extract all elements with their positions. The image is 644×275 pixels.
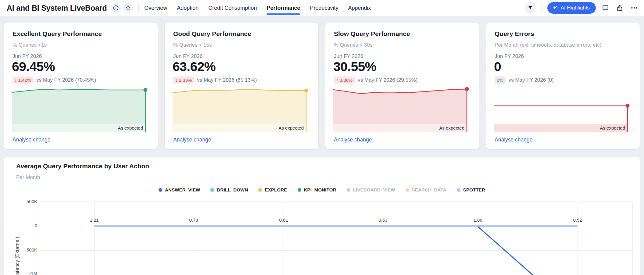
kpi-period: Jun FY 2026 xyxy=(495,53,524,59)
kpi-sparkline: As expected xyxy=(494,86,632,132)
legend-dot xyxy=(258,188,262,192)
sparkle-icon xyxy=(552,5,558,11)
header: AI and BI System LiveBoard Overview Adop… xyxy=(0,0,644,16)
info-icon[interactable] xyxy=(111,3,121,13)
point-label: 0.78 xyxy=(189,217,198,223)
kpi-value: 0 xyxy=(494,59,501,74)
share-icon[interactable] xyxy=(615,3,624,13)
kpi-sparkline: As expected xyxy=(12,86,150,132)
kpi-delta-row: ↓ 2.33% vs May FY 2026 (65.13%) xyxy=(173,77,257,84)
kpi-comparison: vs May FY 2026 (0) xyxy=(509,77,554,83)
filter-icon[interactable] xyxy=(524,2,536,14)
header-actions: AI Highlights xyxy=(524,2,639,14)
point-label: 0.52 xyxy=(573,217,582,223)
more-options-icon[interactable] xyxy=(629,3,639,13)
delta-value: 1.42% xyxy=(18,77,31,83)
tab-bar: Overview Adoption Credit Consumption Per… xyxy=(144,0,371,16)
kpi-delta-row: ↓ 1.42% vs May FY 2026 (70.45%) xyxy=(13,77,96,84)
kpi-comparison: vs May FY 2026 (29.55%) xyxy=(358,77,417,83)
tab-adoption[interactable]: Adoption xyxy=(177,0,199,16)
kpi-subtitle: % Queries <1s xyxy=(13,42,47,48)
kpi-delta-badge: 0% xyxy=(495,77,506,84)
legend-label: SPOTTER xyxy=(463,187,485,192)
point-label: 1.86 xyxy=(473,217,482,223)
ai-highlights-label: AI Highlights xyxy=(561,5,590,11)
analyse-change-link[interactable]: Analyse change xyxy=(13,137,51,143)
chart-plot-area: 1.21 0.78 0.61 0.63 1.86 0.52 xyxy=(40,202,633,275)
kpi-sparkline: As expected xyxy=(333,86,471,132)
analyse-change-link[interactable]: Analyse change xyxy=(334,137,372,143)
tab-performance[interactable]: Performance xyxy=(267,0,300,16)
tab-overview[interactable]: Overview xyxy=(144,0,167,16)
analyse-change-link[interactable]: Analyse change xyxy=(173,137,211,143)
kpi-delta-row: 0% vs May FY 2026 (0) xyxy=(495,77,554,84)
favorite-star-icon[interactable] xyxy=(123,3,133,13)
delta-value: 3.38% xyxy=(340,77,353,83)
kpi-value: 69.45% xyxy=(12,59,55,74)
legend-label: DRILL_DOWN xyxy=(217,187,248,192)
legend-label: LIVEBOARD_VIEW xyxy=(353,187,395,192)
kpi-value: 63.62% xyxy=(173,59,216,74)
header-divider xyxy=(138,4,139,12)
chart-legend: ANSWER_VIEW DRILL_DOWN EXPLORE KPI_MONIT… xyxy=(4,187,640,192)
legend-item-answer-view[interactable]: ANSWER_VIEW xyxy=(159,187,200,192)
delta-arrow-icon: ↓ xyxy=(175,77,178,83)
legend-dot xyxy=(347,188,350,192)
legend-item-drill-down[interactable]: DRILL_DOWN xyxy=(210,187,248,192)
liveboard-app: AI and BI System LiveBoard Overview Adop… xyxy=(0,0,644,275)
legend-dot xyxy=(210,188,214,192)
y-axis-label: Query Latency (External) xyxy=(14,230,20,275)
answer-view-series-line xyxy=(40,202,633,275)
main-chart-card: Average Query Performance by User Action… xyxy=(4,157,640,275)
point-label: 0.63 xyxy=(378,217,387,223)
delta-arrow-icon: ↓ xyxy=(15,77,17,83)
y-tick-neg1m: -1M xyxy=(4,271,37,275)
band-label: As expected xyxy=(118,125,143,130)
band-label: As expected xyxy=(600,125,625,130)
delta-arrow-icon: ↑ xyxy=(336,77,338,83)
kpi-title: Query Errors xyxy=(495,30,534,38)
header-left: AI and BI System LiveBoard Overview Adop… xyxy=(5,0,371,16)
legend-item-liveboard-view[interactable]: LIVEBOARD_VIEW xyxy=(347,187,395,192)
legend-item-search-data[interactable]: SEARCH_DATA xyxy=(406,187,446,192)
legend-item-explore[interactable]: EXPLORE xyxy=(258,187,287,192)
legend-dot xyxy=(406,188,409,192)
actions-divider xyxy=(542,4,542,12)
y-tick-0: 0 xyxy=(4,223,37,228)
kpi-card-good-query-performance: Good Query Performance % Queries < 15s J… xyxy=(165,23,318,149)
kpi-delta-badge: ↑ 3.38% xyxy=(334,77,355,84)
y-tick-500k: 500K xyxy=(4,199,37,204)
tab-productivity[interactable]: Productivity xyxy=(310,0,338,16)
delta-value: 2.33% xyxy=(179,77,192,83)
comment-icon[interactable] xyxy=(601,3,610,13)
legend-label: EXPLORE xyxy=(265,187,287,192)
kpi-subtitle: % Queries < 15s xyxy=(173,42,212,48)
point-label: 1.21 xyxy=(90,217,98,223)
tab-appendix[interactable]: Appendix xyxy=(348,0,371,16)
info-icon-glyph xyxy=(113,5,119,11)
band-label: As expected xyxy=(439,125,464,130)
kpi-subtitle: Per Month (exl. timeouts, database error… xyxy=(495,42,602,48)
share-icon-glyph xyxy=(616,4,624,12)
point-label: 0.61 xyxy=(279,217,288,223)
kpi-card-row: Excellent Query Performance % Queries <1… xyxy=(4,23,640,149)
kpi-delta-row: ↑ 3.38% vs May FY 2026 (29.55%) xyxy=(334,77,417,84)
legend-item-spotter[interactable]: SPOTTER xyxy=(457,187,485,192)
star-icon-glyph xyxy=(125,5,131,11)
chart-subtitle: Per Month xyxy=(16,174,40,180)
tab-credit-consumption[interactable]: Credit Consumption xyxy=(208,0,257,16)
analyse-change-link[interactable]: Analyse change xyxy=(495,137,533,143)
legend-dot xyxy=(159,188,162,192)
ellipsis-icon-glyph xyxy=(630,4,638,12)
kpi-comparison: vs May FY 2026 (70.45%) xyxy=(36,77,96,83)
funnel-icon-glyph xyxy=(527,5,534,11)
ai-highlights-button[interactable]: AI Highlights xyxy=(547,2,596,14)
kpi-title: Slow Query Performance xyxy=(334,30,410,38)
kpi-title: Good Query Performance xyxy=(173,30,251,38)
legend-label: SEARCH_DATA xyxy=(412,187,446,192)
legend-label: KPI_MONITOR xyxy=(304,187,336,192)
y-tick-neg500k: -500K xyxy=(4,247,37,252)
kpi-card-query-errors: Query Errors Per Month (exl. timeouts, d… xyxy=(486,23,640,149)
kpi-sparkline: As expected xyxy=(173,86,310,132)
legend-item-kpi-monitor[interactable]: KPI_MONITOR xyxy=(298,187,336,192)
